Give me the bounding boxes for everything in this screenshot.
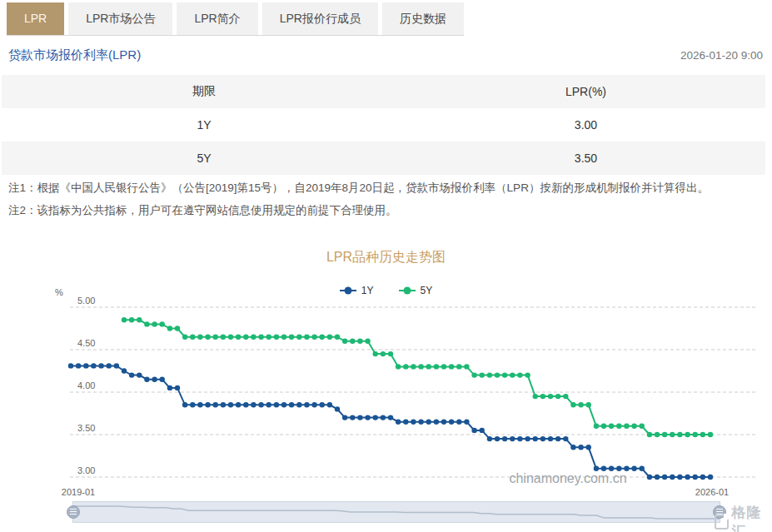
- term-5y: 5Y: [2, 152, 406, 165]
- page-title: 贷款市场报价利率(LPR): [8, 47, 141, 63]
- term-1y: 1Y: [2, 118, 406, 132]
- footnotes: 注1：根据《中国人民银行公告》（公告[2019]第15号），自2019年8月20…: [8, 177, 762, 221]
- lpr-rate-table: 期限 LPR(%) 1Y 3.00 5Y 3.50: [2, 75, 765, 175]
- chart-title: LPR品种历史走势图: [0, 249, 772, 266]
- datazoom-preview: [73, 502, 720, 522]
- table-row-1y: 1Y 3.00: [2, 108, 765, 142]
- svg-text:3.50: 3.50: [77, 423, 95, 433]
- chart-datazoom-slider[interactable]: [72, 501, 720, 523]
- svg-text:5.00: 5.00: [77, 296, 95, 306]
- svg-text:chinamoney.com.cn: chinamoney.com.cn: [509, 471, 626, 485]
- gelonghui-logo: 格隆汇: [715, 503, 772, 532]
- svg-text:2019-01: 2019-01: [62, 487, 95, 497]
- table-row-5y: 5Y 3.50: [2, 142, 765, 175]
- svg-text:3.00: 3.00: [77, 465, 95, 475]
- svg-text:4.50: 4.50: [77, 338, 95, 348]
- table-header-row: 期限 LPR(%): [2, 75, 765, 108]
- lpr-history-chart: 5.004.504.003.503.00%2019-012026-01china…: [0, 275, 772, 504]
- rate-5y: 3.50: [406, 152, 765, 165]
- gelonghui-logo-icon: [715, 515, 729, 530]
- footnote-2: 注2：该指标为公共指标，用户可在遵守网站信息使用规定的前提下合理使用。: [8, 199, 762, 221]
- tab-lpr-intro[interactable]: LPR简介: [177, 2, 257, 35]
- tab-lpr[interactable]: LPR: [7, 2, 64, 35]
- svg-text:%: %: [55, 287, 63, 297]
- title-row: 贷款市场报价利率(LPR) 2026-01-20 9:00: [8, 47, 763, 63]
- tab-historical-data[interactable]: 历史数据: [382, 2, 464, 35]
- tab-bar: LPR LPR市场公告 LPR简介 LPR报价行成员 历史数据: [7, 2, 464, 36]
- quote-timestamp: 2026-01-20 9:00: [680, 49, 763, 62]
- gelonghui-logo-text: 格隆汇: [732, 503, 772, 532]
- column-header-term: 期限: [2, 84, 406, 99]
- rate-1y: 3.00: [406, 118, 765, 132]
- svg-text:4.00: 4.00: [77, 380, 95, 390]
- svg-text:2026-01: 2026-01: [695, 487, 729, 497]
- tab-lpr-market-notice[interactable]: LPR市场公告: [68, 2, 172, 35]
- footnote-1: 注1：根据《中国人民银行公告》（公告[2019]第15号），自2019年8月20…: [8, 177, 762, 199]
- column-header-rate: LPR(%): [406, 85, 765, 98]
- lpr-page: LPR LPR市场公告 LPR简介 LPR报价行成员 历史数据 贷款市场报价利率…: [0, 0, 772, 532]
- datazoom-left-handle-icon[interactable]: [67, 505, 80, 519]
- tab-lpr-quoting-banks[interactable]: LPR报价行成员: [262, 2, 378, 35]
